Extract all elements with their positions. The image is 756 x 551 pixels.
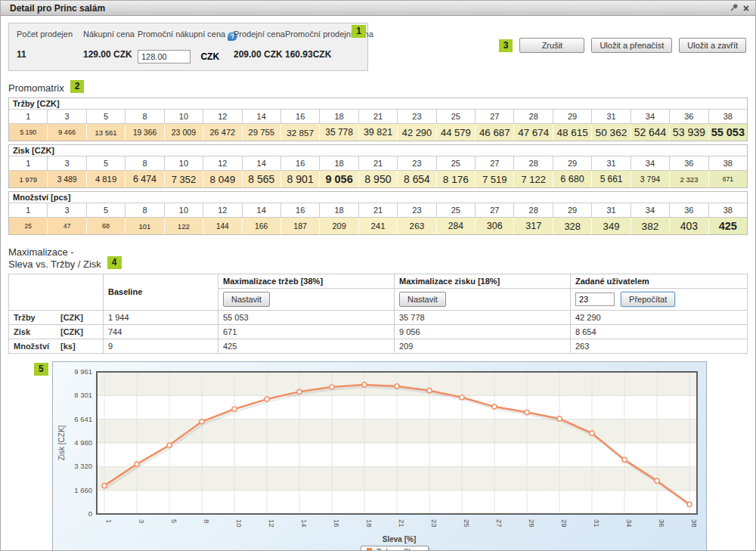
hint-badge-3: 3 (499, 39, 513, 52)
purchase-price-value: 129.00 CZK (83, 49, 138, 63)
value-cell: 1 944 (104, 310, 218, 324)
matrix-value-cell: 9 466 (48, 124, 86, 141)
discount-header-cell: 8 (125, 203, 164, 217)
svg-text:36: 36 (658, 519, 666, 528)
discount-header-cell: 25 (437, 156, 476, 170)
promo-sell-value: 160.93CZK (285, 49, 373, 63)
matrix-value-cell: 7 519 (476, 171, 514, 187)
matrix-value-cell: 5 190 (9, 124, 48, 141)
empty-header-cell (9, 274, 104, 310)
svg-text:1: 1 (105, 519, 113, 523)
matrix-value-cell: 39 821 (359, 124, 398, 141)
svg-text:Zisk [CZK]: Zisk [CZK] (57, 425, 66, 460)
profit-vs-discount-chart: 01 6603 3204 9806 6418 3019 961135810121… (52, 361, 707, 551)
matrix-value-cell: 55 053 (709, 124, 747, 141)
discount-header-cell: 38 (709, 156, 747, 170)
matrix-value-cell: 23 009 (165, 124, 203, 141)
discount-header-cell: 34 (631, 110, 670, 123)
matrix-value-cell: 328 (553, 218, 592, 234)
recalculate-button[interactable]: Přepočítat (621, 292, 675, 307)
chart-legend: Zisk vs. Sleva (361, 546, 429, 551)
discount-header-cell: 28 (514, 156, 553, 170)
matrix-value-cell: 6 680 (553, 171, 592, 187)
hint-badge-5: 5 (34, 363, 48, 376)
matrix-value-cell: 26 472 (203, 124, 242, 141)
discount-header-cell: 34 (631, 156, 670, 170)
data-point (557, 416, 562, 420)
set-profit-button[interactable]: Nastavit (399, 292, 446, 307)
max-profit-column-header: Maximalizace zisku [18%] (395, 274, 571, 288)
svg-text:12: 12 (268, 519, 276, 528)
matrix-value-cell: 6 474 (125, 171, 164, 187)
set-revenue-button[interactable]: Nastavit (223, 292, 270, 307)
value-cell: 35 778 (395, 310, 571, 324)
sell-price-value: 209.00 CZK (234, 49, 285, 63)
matrix-value-cell: 403 (670, 218, 708, 234)
matrix-value-cell: 42 290 (398, 124, 436, 141)
svg-text:5: 5 (170, 519, 178, 523)
promomatrix-table: Zisk [CZK]135810121416182123252728293134… (8, 144, 748, 188)
svg-text:14: 14 (300, 519, 308, 528)
discount-header-cell: 18 (320, 156, 358, 170)
svg-text:16: 16 (333, 519, 341, 528)
discount-header-cell: 38 (709, 203, 747, 217)
matrix-value-cell: 9 056 (320, 171, 358, 187)
user-column-header: Zadané uživatelem (571, 274, 748, 288)
data-point (427, 388, 432, 392)
svg-text:31: 31 (593, 519, 601, 528)
svg-text:21: 21 (398, 519, 406, 528)
discount-header-cell: 31 (592, 203, 631, 217)
data-point (200, 419, 204, 423)
svg-text:9 961: 9 961 (74, 367, 92, 376)
discount-header-cell: 21 (359, 203, 398, 217)
matrix-value-cell: 101 (125, 218, 164, 234)
discount-header-cell: 27 (476, 203, 514, 217)
matrix-value-cell: 241 (359, 218, 398, 234)
data-point (232, 407, 237, 411)
discount-header-cell: 28 (514, 110, 553, 123)
action-toolbar: 3 Zrušit Uložit a přenačíst Uložit a zav… (499, 38, 746, 53)
cancel-button[interactable]: Zrušit (519, 38, 584, 53)
max-profit-controls: Nastavit (395, 288, 571, 310)
value-cell: 263 (571, 339, 748, 353)
restore-window-icon[interactable] (730, 2, 738, 14)
discount-header-cell: 23 (398, 156, 436, 170)
discount-header-cell: 12 (203, 110, 242, 123)
save-close-button[interactable]: Uložit a zavřít (679, 38, 746, 53)
matrix-title: Tržby [CZK] (9, 98, 747, 110)
matrix-value-cell: 50 362 (592, 124, 631, 141)
data-point (460, 395, 464, 399)
maximization-heading: Maximalizace - Sleva vs. Tržby / Zisk4 (8, 246, 748, 271)
row-label-cell: Tržby[CZK] (9, 310, 104, 324)
discount-header-cell: 16 (281, 110, 320, 123)
user-controls: Přepočítat (571, 288, 748, 310)
promo-purchase-input[interactable] (138, 50, 191, 63)
discount-header-cell: 10 (165, 203, 203, 217)
discount-header-cell: 8 (125, 156, 164, 170)
promomatrix-table: Množství [pcs]13581012141618212325272829… (8, 191, 748, 235)
matrix-value-cell: 317 (514, 218, 553, 234)
matrix-value-cell: 3 489 (48, 171, 86, 187)
svg-text:1 660: 1 660 (74, 485, 92, 494)
user-discount-input[interactable] (575, 293, 615, 306)
discount-header-cell: 31 (592, 156, 631, 170)
matrix-value-cell: 8 049 (203, 171, 242, 187)
sell-price-label: Prodejní cena (234, 29, 285, 41)
data-point (492, 404, 497, 409)
close-icon[interactable]: × (743, 3, 749, 14)
svg-text:6 641: 6 641 (74, 414, 92, 423)
matrix-value-cell: 4 819 (87, 171, 125, 187)
discount-header-cell: 12 (203, 156, 242, 170)
discount-header-cell: 14 (243, 156, 281, 170)
promomatrix-table: Tržby [CZK]13581012141618212325272829313… (8, 98, 748, 141)
save-reload-button[interactable]: Uložit a přenačíst (591, 38, 672, 53)
discount-header-cell: 5 (87, 203, 125, 217)
matrix-value-cell: 35 778 (320, 124, 358, 141)
matrix-value-cell: 44 579 (437, 124, 476, 141)
discount-header-cell: 23 (398, 110, 436, 123)
matrix-value-cell: 47 674 (514, 124, 553, 141)
matrix-value-cell: 8 950 (359, 171, 398, 187)
discount-header-cell: 36 (670, 203, 708, 217)
value-cell: 671 (218, 324, 395, 339)
value-cell: 8 654 (571, 324, 748, 339)
